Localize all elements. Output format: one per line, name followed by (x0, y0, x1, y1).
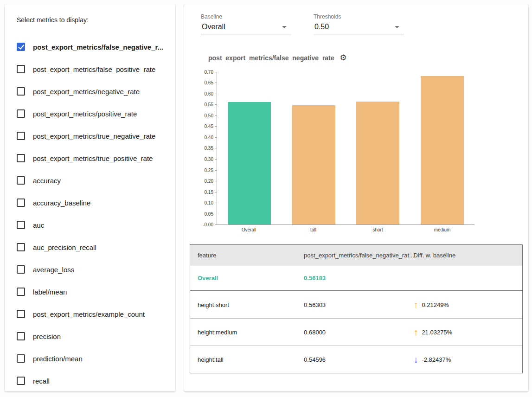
checkbox-icon[interactable] (17, 221, 25, 229)
chevron-down-icon (395, 26, 399, 28)
checkbox-icon[interactable] (17, 354, 25, 363)
arrow-up-icon: ↑ (413, 300, 418, 309)
table-row: height:tall0.54596↓-2.82437% (190, 346, 522, 373)
checkbox-checked-icon[interactable] (17, 43, 25, 51)
bar-column (282, 72, 346, 224)
bar-medium[interactable] (421, 76, 464, 224)
bar-short[interactable] (356, 102, 399, 224)
diff-cell: ↓-2.82437% (406, 346, 522, 373)
col-header-metric: post_export_metrics/false_negative_rat..… (296, 245, 406, 266)
metric-label: post_export_metrics/true_positive_rate (33, 154, 153, 162)
metric-item-0[interactable]: post_export_metrics/false_negative_r... (17, 36, 166, 58)
checkbox-icon[interactable] (17, 265, 25, 274)
y-tick-label: 0.60 (205, 91, 215, 96)
x-tick-label: short (346, 227, 410, 232)
metric-label: post_export_metrics/false_positive_rate (33, 65, 155, 73)
checkbox-icon[interactable] (17, 198, 25, 207)
metrics-sidebar: Select metrics to display: post_export_m… (5, 4, 175, 391)
checkbox-icon[interactable] (17, 332, 25, 340)
metric-item-7[interactable]: accuracy_baseline (17, 192, 166, 214)
table-row: height:medium0.68000↑21.03275% (190, 318, 522, 346)
metric-list: post_export_metrics/false_negative_r...p… (17, 36, 166, 391)
diff-value: -2.82437% (422, 356, 451, 363)
metric-item-1[interactable]: post_export_metrics/false_positive_rate (17, 58, 166, 80)
bar-column (217, 72, 282, 224)
y-tick-label: 0.30 (205, 157, 215, 162)
bar-Overall[interactable] (228, 102, 271, 224)
feature-cell: height:short (190, 291, 296, 318)
checkbox-icon[interactable] (17, 109, 25, 118)
y-tick-label: 0.35 (205, 146, 215, 151)
y-tick-label: 0.15 (205, 190, 215, 195)
y-tick-label: 0.25 (205, 168, 215, 173)
checkbox-icon[interactable] (17, 243, 25, 251)
metric-item-13[interactable]: precision (17, 325, 166, 347)
metric-value-cell: 0.68000 (296, 319, 406, 346)
table-row: Overall0.56183 (190, 266, 522, 291)
table-row: height:short0.56303↑0.21249% (190, 291, 522, 318)
checkbox-icon[interactable] (17, 310, 25, 318)
checkbox-icon[interactable] (17, 154, 25, 162)
y-tick-label: 0.55 (205, 102, 215, 107)
gear-icon[interactable]: ⚙ (340, 54, 347, 62)
metric-label: recall (33, 377, 50, 385)
metric-label: accuracy_baseline (33, 199, 90, 207)
metric-item-4[interactable]: post_export_metrics/true_negative_rate (17, 125, 166, 147)
feature-cell: height:tall (190, 346, 296, 373)
thresholds-label: Thresholds (314, 13, 404, 20)
metric-item-9[interactable]: auc_precision_recall (17, 236, 166, 258)
metric-label: average_loss (33, 266, 74, 274)
metric-item-2[interactable]: post_export_metrics/negative_rate (17, 80, 166, 102)
metric-label: post_export_metrics/negative_rate (33, 88, 140, 96)
metric-item-14[interactable]: prediction/mean (17, 347, 166, 370)
feature-cell: Overall (190, 266, 296, 290)
y-tick-label: -0.00 (203, 222, 215, 227)
diff-value: 21.03275% (422, 329, 452, 336)
metric-item-10[interactable]: average_loss (17, 258, 166, 281)
checkbox-icon[interactable] (17, 65, 25, 73)
metrics-table: feature post_export_metrics/false_negati… (190, 244, 523, 373)
diff-cell: ↑0.21249% (406, 291, 522, 318)
metric-label: post_export_metrics/true_negative_rate (33, 132, 155, 140)
x-tick-label: Overall (217, 227, 281, 232)
metric-item-11[interactable]: label/mean (17, 281, 166, 303)
checkbox-icon[interactable] (17, 87, 25, 96)
metric-item-12[interactable]: post_export_metrics/example_count (17, 303, 166, 325)
y-tick-label: 0.05 (205, 211, 215, 217)
bar-column (410, 72, 474, 224)
bar-chart: 0.700.650.600.550.500.450.400.350.300.25… (196, 72, 523, 232)
checkbox-icon[interactable] (17, 176, 25, 185)
metric-item-6[interactable]: accuracy (17, 169, 166, 192)
checkbox-icon[interactable] (17, 288, 25, 296)
metric-value-cell: 0.54596 (296, 346, 406, 373)
y-tick-label: 0.10 (205, 200, 215, 205)
col-header-feature: feature (190, 245, 296, 266)
bar-tall[interactable] (292, 105, 335, 224)
diff-cell (406, 266, 522, 290)
metric-item-15[interactable]: recall (17, 370, 166, 391)
baseline-select[interactable]: Overall (201, 22, 291, 34)
y-tick-label: 0.50 (205, 113, 215, 118)
metric-label: precision (33, 333, 61, 340)
thresholds-dropdown-group: Thresholds 0.50 (314, 13, 404, 34)
metric-value-cell: 0.56303 (296, 291, 406, 318)
metric-item-3[interactable]: post_export_metrics/positive_rate (17, 102, 166, 125)
diff-value: 0.21249% (422, 301, 449, 308)
x-tick-label: medium (410, 227, 474, 232)
y-tick-label: 0.70 (205, 70, 215, 75)
thresholds-select[interactable]: 0.50 (314, 22, 404, 34)
checkbox-icon[interactable] (17, 377, 25, 385)
bar-column (346, 72, 410, 224)
baseline-label: Baseline (201, 13, 291, 20)
y-tick-label: 0.65 (205, 80, 215, 85)
metric-item-8[interactable]: auc (17, 214, 166, 236)
x-tick-label: tall (281, 227, 346, 232)
metric-item-5[interactable]: post_export_metrics/true_positive_rate (17, 147, 166, 169)
metric-label: post_export_metrics/positive_rate (33, 110, 137, 118)
sidebar-title: Select metrics to display: (17, 16, 166, 24)
controls-bar: Baseline Overall Thresholds 0.50 (201, 13, 523, 34)
col-header-diff: Diff. w. baseline (406, 245, 522, 266)
diff-cell: ↑21.03275% (406, 319, 522, 346)
checkbox-icon[interactable] (17, 132, 25, 140)
x-axis-labels: Overalltallshortmedium (217, 227, 474, 232)
